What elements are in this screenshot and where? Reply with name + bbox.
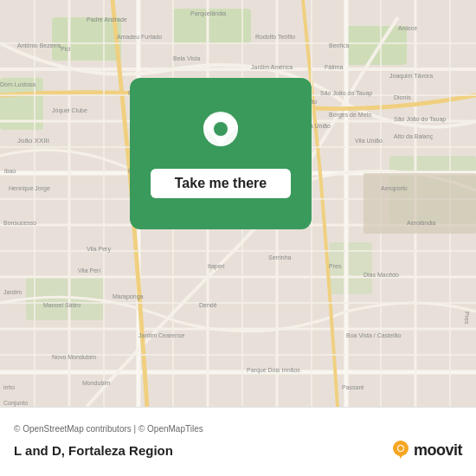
svg-rect-1 xyxy=(52,17,121,61)
svg-text:Aeroporto: Aeroporto xyxy=(381,185,408,192)
svg-text:Itaperi: Itaperi xyxy=(208,263,225,270)
svg-text:Jardim Cearense: Jardim Cearense xyxy=(138,332,184,338)
svg-text:Jardim América: Jardim América xyxy=(251,64,293,70)
svg-text:Parque Dois Irmãos: Parque Dois Irmãos xyxy=(247,367,300,374)
svg-text:Dionís: Dionís xyxy=(394,94,411,100)
svg-text:Henrique Jorge: Henrique Jorge xyxy=(9,185,50,192)
svg-text:inho: inho xyxy=(3,384,15,390)
attribution-text: © OpenStreetMap contributors | © OpenMap… xyxy=(14,424,462,434)
moovit-logo: moovit xyxy=(391,441,462,460)
svg-text:Vila União: Vila União xyxy=(355,138,383,144)
svg-text:Boa Vista / Castelão: Boa Vista / Castelão xyxy=(346,332,401,338)
svg-rect-3 xyxy=(346,26,407,65)
svg-text:Aerolândia: Aerolândia xyxy=(407,220,436,226)
svg-text:Dendê: Dendê xyxy=(199,302,217,308)
svg-text:Antônio Bezerra: Antônio Bezerra xyxy=(17,42,61,48)
svg-text:Dom Lustosa: Dom Lustosa xyxy=(0,81,35,87)
svg-text:Vila Peri: Vila Peri xyxy=(78,267,100,273)
svg-text:Mondubim: Mondubim xyxy=(82,380,111,386)
svg-text:João XXIII: João XXIII xyxy=(17,137,49,145)
svg-point-87 xyxy=(214,122,228,136)
svg-text:Pres: Pres xyxy=(329,263,342,269)
svg-text:Fátima: Fátima xyxy=(325,64,344,70)
svg-text:Jardim: Jardim xyxy=(3,289,22,295)
svg-text:São João do Tauap: São João do Tauap xyxy=(394,116,446,123)
svg-text:Ardece: Ardece xyxy=(398,25,417,31)
svg-text:Benfica: Benfica xyxy=(329,42,349,48)
svg-text:Bonsucesso: Bonsucesso xyxy=(3,220,36,226)
svg-text:Amadeu Furtado: Amadeu Furtado xyxy=(117,34,162,40)
location-pin-icon xyxy=(199,110,242,160)
location-name: L and D, Fortaleza Region xyxy=(14,443,173,458)
svg-text:Borges de Melo: Borges de Melo xyxy=(329,112,371,119)
svg-point-90 xyxy=(398,446,403,451)
svg-text:Jóquei Clube: Jóquei Clube xyxy=(52,107,87,114)
svg-text:Pici: Pici xyxy=(61,46,71,52)
svg-text:Dias Macêdo: Dias Macêdo xyxy=(363,272,399,278)
moovit-pin-icon xyxy=(391,441,410,460)
bottom-bar: © OpenStreetMap contributors | © OpenMap… xyxy=(0,407,476,476)
map-container: João XXIII Jóquei Clube Bela Vista Benfi… xyxy=(0,0,476,407)
svg-text:São João do Tauap: São João do Tauap xyxy=(320,90,372,97)
take-me-there-button[interactable]: Take me there xyxy=(151,169,291,198)
moovit-label: moovit xyxy=(414,441,462,460)
svg-text:Passaré: Passaré xyxy=(342,384,364,390)
location-card: Take me there xyxy=(130,78,312,229)
svg-text:Padre Andrade: Padre Andrade xyxy=(87,16,127,23)
svg-text:Alto da Balanç: Alto da Balanç xyxy=(394,133,434,140)
svg-text:Novo Mondubim: Novo Mondubim xyxy=(52,354,96,360)
svg-text:Joaquim Távora: Joaquim Távora xyxy=(389,73,433,80)
svg-text:Rodolfo Teófilo: Rodolfo Teófilo xyxy=(255,34,295,40)
svg-text:Conjunto: Conjunto xyxy=(3,400,28,407)
svg-text:Pres: Pres xyxy=(464,312,470,325)
svg-text:ibaú: ibaú xyxy=(4,168,16,174)
svg-text:Parquelândia: Parquelândia xyxy=(190,10,226,17)
svg-text:Manoel Sátiro: Manoel Sátiro xyxy=(43,302,80,308)
svg-text:Serrinha: Serrinha xyxy=(268,254,292,261)
svg-text:Bela Vista: Bela Vista xyxy=(173,55,200,61)
svg-text:Vila Pery: Vila Pery xyxy=(87,246,111,253)
svg-text:Maraponga: Maraponga xyxy=(113,293,144,300)
